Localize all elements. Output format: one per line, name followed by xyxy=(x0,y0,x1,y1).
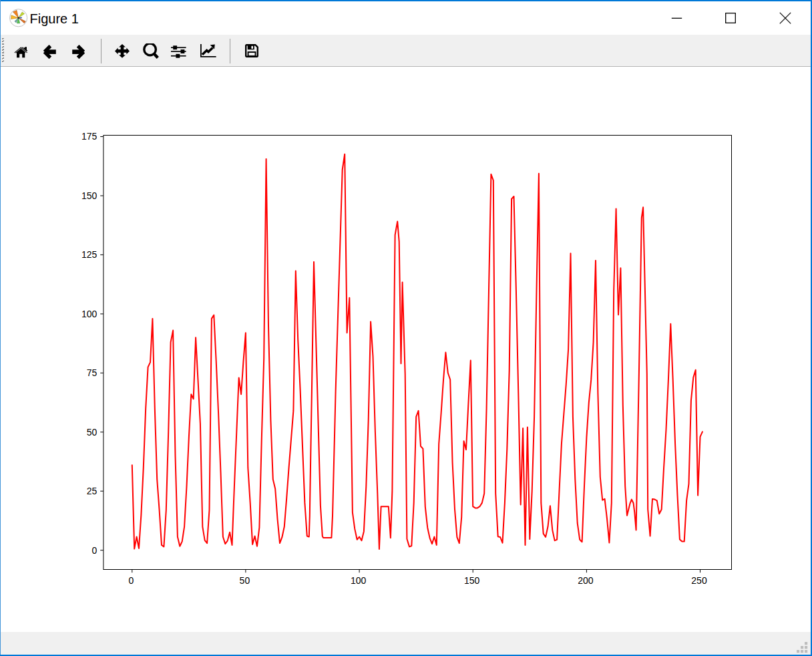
svg-text:0: 0 xyxy=(92,545,97,556)
svg-text:25: 25 xyxy=(87,486,97,496)
svg-text:200: 200 xyxy=(578,575,594,586)
svg-text:100: 100 xyxy=(81,309,97,319)
svg-text:50: 50 xyxy=(240,575,250,586)
svg-text:175: 175 xyxy=(81,131,97,142)
svg-text:0: 0 xyxy=(128,575,134,586)
svg-text:125: 125 xyxy=(81,249,97,260)
svg-text:150: 150 xyxy=(464,575,480,586)
svg-text:50: 50 xyxy=(87,427,97,438)
svg-text:150: 150 xyxy=(81,190,97,201)
svg-text:100: 100 xyxy=(351,575,367,586)
svg-text:75: 75 xyxy=(87,367,97,378)
svg-text:250: 250 xyxy=(691,575,707,586)
